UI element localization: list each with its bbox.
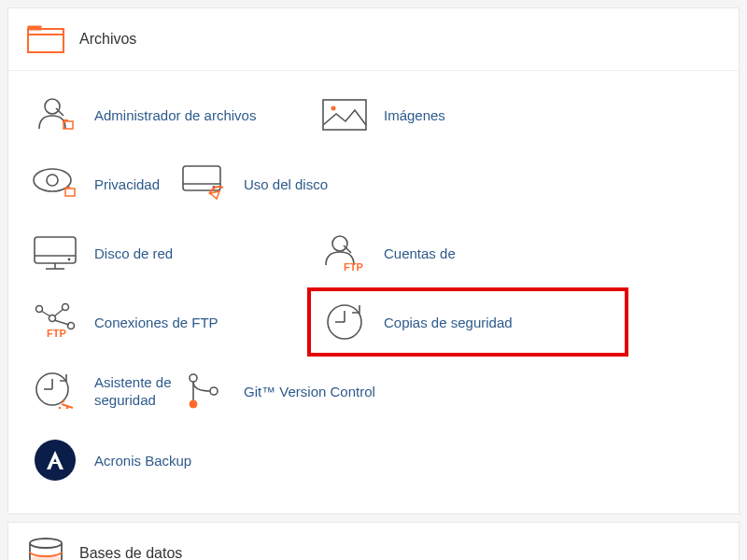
svg-point-42 <box>190 400 197 408</box>
svg-point-40 <box>59 407 62 410</box>
svg-point-43 <box>210 387 218 395</box>
network-disk-icon <box>27 235 83 271</box>
svg-point-3 <box>45 99 60 114</box>
folder-icon <box>27 25 64 53</box>
archivos-title: Archivos <box>79 31 136 48</box>
ftp-connections-icon: FTP <box>27 301 83 343</box>
database-icon <box>27 539 64 560</box>
svg-point-15 <box>209 192 212 195</box>
svg-rect-5 <box>63 119 68 121</box>
svg-rect-10 <box>65 189 75 196</box>
item-uso-del-disco[interactable]: Uso del disco <box>176 149 466 218</box>
svg-point-46 <box>30 539 62 548</box>
item-label: Copias de seguridad <box>384 315 513 330</box>
item-imagenes[interactable]: Imágenes <box>317 80 606 149</box>
ftp-accounts-icon: FTP <box>317 233 373 273</box>
item-acronis-backup[interactable]: Acronis Backup <box>27 426 317 495</box>
svg-rect-1 <box>28 26 41 30</box>
item-label: Conexiones de FTP <box>94 315 218 330</box>
svg-point-41 <box>190 374 197 382</box>
item-label: Administrador de archivos <box>94 107 256 123</box>
git-icon <box>176 371 233 412</box>
privacy-icon <box>27 166 83 202</box>
svg-point-7 <box>331 106 336 111</box>
svg-point-38 <box>63 400 65 403</box>
item-copias-de-seguridad[interactable]: Copias de seguridad <box>307 287 628 357</box>
item-label: Privacidad <box>94 176 160 192</box>
svg-line-27 <box>41 311 50 316</box>
item-label: Imágenes <box>384 107 445 123</box>
item-asistente-seguridad[interactable]: Asistente de seguridad <box>27 357 176 426</box>
item-disco-de-red[interactable]: Disco de red <box>27 218 317 287</box>
item-git-version-control[interactable]: Git™ Version Control <box>176 357 466 426</box>
item-label: Asistente de seguridad <box>94 373 176 410</box>
item-label: Disco de red <box>94 245 173 261</box>
bases-de-datos-header: Bases de datos <box>8 523 739 560</box>
item-privacidad[interactable]: Privacidad <box>27 149 176 218</box>
item-administrador-de-archivos[interactable]: Administrador de archivos <box>27 80 317 149</box>
item-label: Cuentas de <box>384 245 456 261</box>
item-cuentas[interactable]: FTP Cuentas de <box>317 218 466 287</box>
svg-rect-11 <box>65 187 70 189</box>
item-conexiones-ftp[interactable]: FTP Conexiones de FTP <box>27 287 317 357</box>
svg-line-28 <box>54 309 63 316</box>
svg-text:FTP: FTP <box>47 328 66 339</box>
svg-point-25 <box>68 323 75 329</box>
svg-point-47 <box>30 555 62 560</box>
svg-line-29 <box>54 320 69 325</box>
item-label: Acronis Backup <box>94 453 191 469</box>
item-label: Uso del disco <box>244 176 328 192</box>
disk-usage-icon <box>176 165 233 203</box>
archivos-panel: Archivos Administrador de archivos <box>7 7 740 514</box>
svg-rect-6 <box>323 100 366 130</box>
svg-point-39 <box>66 407 69 410</box>
archivos-grid: Administrador de archivos Imágenes <box>27 80 739 495</box>
item-label: Git™ Version Control <box>244 384 375 399</box>
svg-text:FTP: FTP <box>344 261 363 273</box>
backup-icon <box>317 300 373 344</box>
backup-wizard-icon <box>27 369 83 413</box>
svg-point-21 <box>332 236 347 251</box>
archivos-body: Administrador de archivos Imágenes <box>8 71 739 513</box>
svg-point-18 <box>68 259 71 261</box>
svg-rect-0 <box>28 29 63 52</box>
bases-de-datos-title: Bases de datos <box>79 545 182 560</box>
images-icon <box>317 99 373 131</box>
file-manager-icon <box>27 95 83 134</box>
archivos-header: Archivos <box>8 8 739 71</box>
bases-de-datos-panel: Bases de datos php phpMyAdmin <box>7 522 740 560</box>
acronis-icon <box>27 440 83 481</box>
svg-point-9 <box>47 175 58 186</box>
